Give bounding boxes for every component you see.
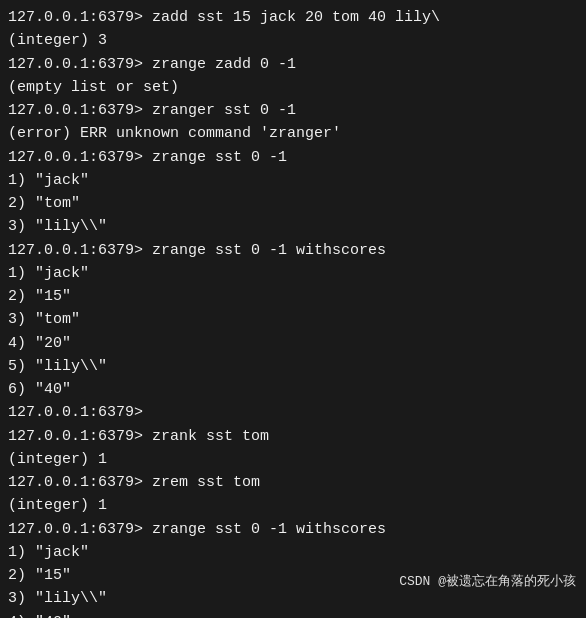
terminal-line: 3) "lily\\" (8, 587, 578, 610)
terminal-line: 2) "tom" (8, 192, 578, 215)
terminal-line: 2) "15" (8, 285, 578, 308)
terminal-line: (error) ERR unknown command 'zranger' (8, 122, 578, 145)
terminal-line: 127.0.0.1:6379> zrange sst 0 -1 withscor… (8, 239, 578, 262)
terminal-line: (integer) 1 (8, 494, 578, 517)
terminal-line: 1) "jack" (8, 541, 578, 564)
terminal-line: 1) "jack" (8, 169, 578, 192)
terminal-line: 127.0.0.1:6379> zrange sst 0 -1 (8, 146, 578, 169)
terminal-line: (integer) 3 (8, 29, 578, 52)
terminal-line: 4) "20" (8, 332, 578, 355)
terminal-line: 127.0.0.1:6379> zrange sst 0 -1 withscor… (8, 518, 578, 541)
terminal-line: 1) "jack" (8, 262, 578, 285)
terminal-output: 127.0.0.1:6379> zadd sst 15 jack 20 tom … (8, 6, 578, 618)
terminal-line: 127.0.0.1:6379> zranger sst 0 -1 (8, 99, 578, 122)
terminal-line: 5) "lily\\" (8, 355, 578, 378)
terminal-line: 127.0.0.1:6379> zadd sst 15 jack 20 tom … (8, 6, 578, 29)
terminal-window: 127.0.0.1:6379> zadd sst 15 jack 20 tom … (0, 0, 586, 618)
terminal-line: 127.0.0.1:6379> zrem sst tom (8, 471, 578, 494)
watermark: CSDN @被遗忘在角落的死小孩 (399, 572, 576, 590)
terminal-line: (integer) 1 (8, 448, 578, 471)
terminal-line: 127.0.0.1:6379> zrange zadd 0 -1 (8, 53, 578, 76)
terminal-line: 6) "40" (8, 378, 578, 401)
terminal-line: 3) "tom" (8, 308, 578, 331)
terminal-line: 4) "40" (8, 611, 578, 619)
terminal-line: 127.0.0.1:6379> (8, 401, 578, 424)
terminal-line: 127.0.0.1:6379> zrank sst tom (8, 425, 578, 448)
terminal-line: 3) "lily\\" (8, 215, 578, 238)
terminal-line: (empty list or set) (8, 76, 578, 99)
